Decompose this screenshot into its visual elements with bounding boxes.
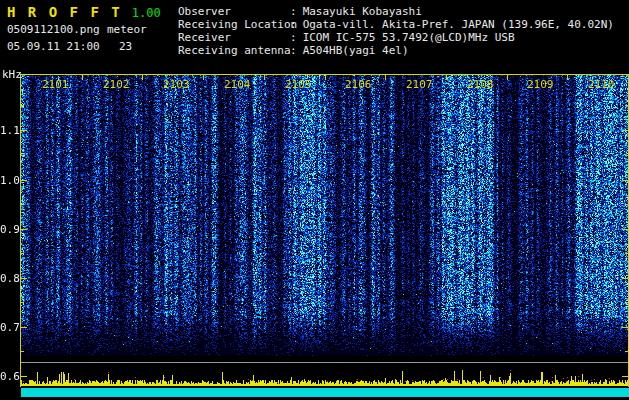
freq-unit-label: kHz (2, 68, 22, 81)
freq-label: 0.8 (0, 272, 18, 285)
meta-row-observer: Observer : Masayuki Kobayashi (178, 5, 614, 18)
time-label: 2102 (103, 78, 130, 91)
output-filename: 0509112100.png (7, 23, 100, 36)
status-bar (21, 388, 629, 397)
time-label: 2107 (406, 78, 433, 91)
freq-label: 0.9 (0, 223, 18, 236)
meta-label: Receiver (178, 31, 290, 44)
time-label: 2106 (345, 78, 372, 91)
time-label: 2105 (285, 78, 312, 91)
freq-label: 1.0 (0, 174, 18, 187)
freq-label: 0.6 (0, 370, 18, 383)
colon-separator: : (290, 18, 297, 31)
meta-label: Receiving antenna (178, 44, 290, 57)
app-version: 1.00 (132, 6, 161, 20)
meta-value: Ogata-vill. Akita-Pref. JAPAN (139.96E, … (303, 18, 614, 31)
time-label: 2108 (467, 78, 494, 91)
hrofft-screen: H R O F F T 1.00 0509112100.png meteor 0… (0, 0, 629, 400)
meta-label: Receiving Location (178, 18, 290, 31)
mode-label: meteor (107, 23, 147, 36)
colon-separator: : (290, 5, 297, 18)
title-row: H R O F F T 1.00 (7, 4, 161, 20)
meta-value: ICOM IC-575 53.7492(@LCD)MHz USB (303, 31, 515, 44)
timestamp: 05.09.11 21:00 (7, 40, 100, 53)
plot-border-top (20, 74, 629, 75)
time-label: 2103 (163, 78, 190, 91)
echo-count: 23 (119, 40, 132, 53)
station-info: Observer : Masayuki Kobayashi Receiving … (178, 5, 614, 57)
colon-separator: : (290, 31, 297, 44)
meta-row-receiver: Receiver : ICOM IC-575 53.7492(@LCD)MHz … (178, 31, 614, 44)
colon-separator: : (290, 44, 297, 57)
time-label: 2104 (224, 78, 251, 91)
time-label: 2109 (527, 78, 554, 91)
meta-value: Masayuki Kobayashi (303, 5, 422, 18)
meta-row-location: Receiving Location : Ogata-vill. Akita-P… (178, 18, 614, 31)
meta-value: A504HB(yagi 4el) (303, 44, 409, 57)
time-label: 2110 (588, 78, 615, 91)
meta-row-antenna: Receiving antenna : A504HB(yagi 4el) (178, 44, 614, 57)
freq-label: 1.1 (0, 124, 18, 137)
app-title: H R O F F T (7, 4, 122, 20)
meta-label: Observer (178, 5, 290, 18)
spectrogram-canvas (21, 75, 628, 386)
plot-border-left (20, 74, 21, 387)
freq-label: 0.7 (0, 321, 18, 334)
time-label: 2101 (42, 78, 69, 91)
